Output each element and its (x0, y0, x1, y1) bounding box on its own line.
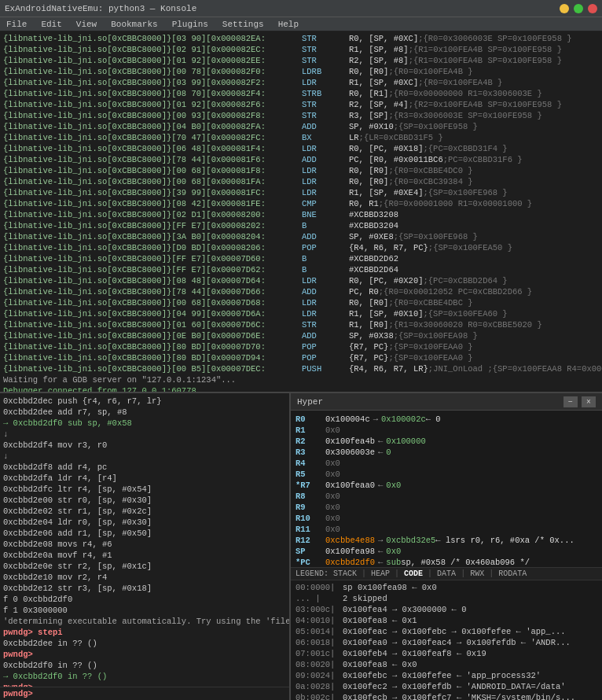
menu-item-view[interactable]: View (73, 20, 100, 29)
menu-bar: FileEditViewBookmarksPluginsSettingsHelp (0, 17, 602, 31)
minimize-button[interactable] (560, 4, 569, 13)
disasm-line: {libnative-lib_jni.so[0xCBBC8000]}[00 93… (3, 110, 599, 121)
memory-row: 08:0020|0x100fea8 ← 0x0 (295, 659, 597, 670)
memory-row: 03:000c|0x100fea4 → 0x3000000 ← 0 (295, 604, 597, 615)
hyper-close-btn[interactable]: × (582, 396, 596, 407)
disassembly-panel[interactable]: {libnative-lib_jni.so[0xCBBC8000]}[03 90… (0, 31, 602, 393)
register-row: R40x0 (295, 458, 597, 469)
console-line: 0xcbbd2dec push {r4, r6, r7, lr} (3, 396, 286, 407)
memory-row: 0a:0028|0x100fec2 → 0x100fefdb ← 'ANDROI… (295, 681, 597, 692)
disasm-line: {libnative-lib_jni.so[0xCBBC8000]}[D0 BD… (3, 242, 599, 253)
waiting-line: Waiting for a GDB server on "127.0.0.1:1… (3, 374, 599, 385)
disasm-line: {libnative-lib_jni.so[0xCBBC8000]}[08 48… (3, 275, 599, 286)
menu-item-settings[interactable]: Settings (219, 20, 267, 29)
menu-item-plugins[interactable]: Plugins (169, 20, 211, 29)
console-line: 0xcbbd2e08 movs r4, #6 (3, 539, 286, 550)
disasm-line: {libnative-lib_jni.so[0xCBBC8000]}[02 D1… (3, 209, 599, 220)
console-line: 0xcbbd2e0e str r2, [sp, #0x1c] (3, 561, 286, 572)
legend-code: CODE (404, 569, 423, 578)
register-row: R00x100004c → 0x100002c ← 0 (295, 414, 597, 425)
console-output: 0xcbbd2dec push {r4, r6, r7, lr} 0xcbbd2… (0, 393, 289, 687)
close-button[interactable] (588, 4, 597, 13)
hyper-header: Hyper − × (291, 393, 602, 411)
pwnd-line: pwndg> stepi (3, 627, 286, 638)
console-line: 0xcbbd2e04 ldr r0, [sp, #0x30] (3, 517, 286, 528)
menu-item-file[interactable]: File (3, 20, 30, 29)
register-row: R20x100fea4b ← 0x100000 (295, 436, 597, 447)
memory-row: 09:0024|0x100febc → 0x100fefee ← 'app_pr… (295, 670, 597, 681)
console-frame-line: f 1 0x3000000 (3, 605, 286, 616)
console-panel[interactable]: 0xcbbd2dec push {r4, r6, r7, lr} 0xcbbd2… (0, 393, 291, 700)
menu-item-edit[interactable]: Edit (38, 20, 64, 29)
debug-connected-line: Debugger connected from 127.0.0.1:60778 (3, 385, 599, 393)
console-line: 0xcbbd2e00 str r0, [sp, #0x30] (3, 495, 286, 506)
menu-item-bookmarks[interactable]: Bookmarks (108, 20, 160, 29)
console-prompt-lines: f 0 0xcbbd2df0f 1 0x3000000 (3, 594, 286, 616)
disasm-line: {libnative-lib_jni.so[0xCBBC8000]}[FF E7… (3, 253, 599, 264)
memory-row: 06:0018|0x100fea0 → 0x100feac4 → 0x100fe… (295, 637, 597, 648)
disasm-line: {libnative-lib_jni.so[0xCBBC8000]}[FF E7… (3, 220, 599, 231)
console-line: ↓ (3, 429, 286, 440)
legend-rwx: RWX (470, 569, 484, 578)
disasm-line: {libnative-lib_jni.so[0xCBBC8000]}[02 91… (3, 44, 599, 55)
disasm-line: {libnative-lib_jni.so[0xCBBC8000]}[3A B0… (3, 231, 599, 242)
console-input[interactable] (33, 689, 286, 698)
console-line: 0xcbbd2df8 add r4, pc (3, 462, 286, 473)
disasm-line: {libnative-lib_jni.so[0xCBBC8000]}[78 44… (3, 154, 599, 165)
title-bar-title: ExAndroidNativeEmu: python3 — Konsole (5, 4, 196, 13)
disasm-line: {libnative-lib_jni.so[0xCBBC8000]}[04 B0… (3, 121, 599, 132)
console-line: 0xcbbd2dee add r7, sp, #8 (3, 407, 286, 418)
memory-row: 07:001c|0x100feb4 → 0x100feaf8 ← 0x19 (295, 648, 597, 659)
memory-row: ... |2 skipped (295, 593, 597, 604)
maximize-button[interactable] (574, 4, 583, 13)
register-row: SP0x100fea98 ← 0x0 (295, 546, 597, 557)
disasm-line: {libnative-lib_jni.so[0xCBBC8000]}[70 47… (3, 132, 599, 143)
pwnd-lines: pwndg> stepi0xcbbd2dee in ?? ()pwndg>0xc… (3, 627, 286, 687)
legend-heap: HEAP (371, 569, 390, 578)
register-row: R30x3006003e ← 0 (295, 447, 597, 458)
disasm-line: {libnative-lib_jni.so[0xCBBC8000]}[00 68… (3, 165, 599, 176)
memory-row: 04:0010|0x100fea8 ← 0x1 (295, 615, 597, 626)
disasm-line: {libnative-lib_jni.so[0xCBBC8000]}[01 92… (3, 55, 599, 66)
register-row: R10x0 (295, 425, 597, 436)
console-line: ↓ (3, 451, 286, 462)
memory-row: 00:0000|sp 0x100fea98 ← 0x0 (295, 582, 597, 593)
console-line: 0xcbbd2dfc ltr r4, [sp, #0x54] (3, 484, 286, 495)
pwnd-line: → 0xcbbd2df0 in ?? () (3, 671, 286, 682)
disasm-line: {libnative-lib_jni.so[0xCBBC8000]}[00 B5… (3, 363, 599, 374)
console-prompt-bar[interactable]: pwndg> (0, 687, 289, 700)
legend-rodata: RODATA (498, 569, 527, 578)
disasm-line: {libnative-lib_jni.so[0xCBBC8000]}[39 99… (3, 187, 599, 198)
menu-item-help[interactable]: Help (275, 20, 302, 29)
hyper-title: Hyper (297, 397, 323, 407)
memory-row: 0b:002c|0x100fecb → 0x100fefc7 ← 'MKSH=/… (295, 692, 597, 700)
disasm-line: {libnative-lib_jni.so[0xCBBC8000]}[80 BD… (3, 352, 599, 363)
disasm-lines: {libnative-lib_jni.so[0xCBBC8000]}[03 90… (3, 33, 599, 374)
pwnd-line: pwndg> (3, 649, 286, 660)
disasm-line: {libnative-lib_jni.so[0xCBBC8000]}[00 68… (3, 176, 599, 187)
disasm-line: {libnative-lib_jni.so[0xCBBC8000]}[01 92… (3, 99, 599, 110)
disasm-line: {libnative-lib_jni.so[0xCBBC8000]}[08 42… (3, 198, 599, 209)
disasm-line: {libnative-lib_jni.so[0xCBBC8000]}[03 99… (3, 77, 599, 88)
console-line: 0xcbbd2dfa ldr r4, [r4] (3, 473, 286, 484)
disasm-line: {libnative-lib_jni.so[0xCBBC8000]}[06 48… (3, 143, 599, 154)
register-row: R110x0 (295, 524, 597, 535)
determining-line: 'determining executable automatically. T… (3, 616, 286, 627)
disasm-line: {libnative-lib_jni.so[0xCBBC8000]}[00 78… (3, 66, 599, 77)
register-row: *R70x100feaa0 ← 0x0 (295, 480, 597, 491)
console-line: 0xcbbd2e06 add r1, [sp, #0x50] (3, 528, 286, 539)
registers-panel: R00x100004c → 0x100002c ← 0R10x0R20x100f… (291, 411, 602, 568)
register-row: R80x0 (295, 491, 597, 502)
memory-rows: 00:0000|sp 0x100fea98 ← 0x0... |2 skippe… (295, 582, 597, 700)
pwnd-line: 0xcbbd2dee in ?? () (3, 638, 286, 649)
legend-stack: STACK (333, 569, 357, 578)
hyper-minimize-btn[interactable]: − (563, 396, 578, 407)
hyper-controls: − × (563, 396, 596, 407)
disasm-line: {libnative-lib_jni.so[0xCBBC8000]}[80 BD… (3, 341, 599, 352)
disasm-line: {libnative-lib_jni.so[0xCBBC8000]}[01 60… (3, 319, 599, 330)
console-line: 0xcbbd2e02 str r1, [sp, #0x2c] (3, 506, 286, 517)
title-bar: ExAndroidNativeEmu: python3 — Konsole (0, 0, 602, 17)
memory-panel[interactable]: 00:0000|sp 0x100fea98 ← 0x0... |2 skippe… (291, 580, 602, 700)
disasm-line: {libnative-lib_jni.so[0xCBBC8000]}[08 70… (3, 88, 599, 99)
pwnd-line: 0xcbbd2df0 in ?? () (3, 660, 286, 671)
